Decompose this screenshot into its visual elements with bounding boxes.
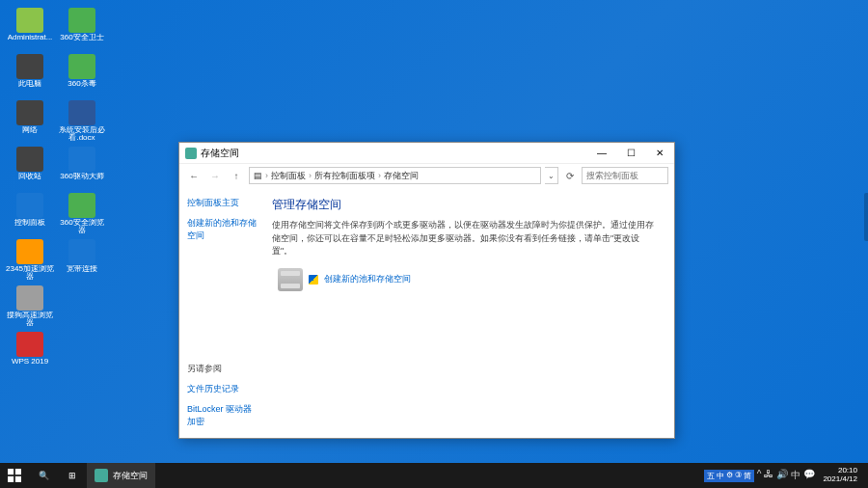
desktop-icon-label: 系统安装后必看.docx [58, 126, 106, 143]
desktop-icon-image [68, 8, 95, 33]
desktop-icon-image [16, 285, 43, 311]
svg-rect-3 [15, 476, 21, 482]
desktop-icon[interactable]: 搜狗高速浏览器 [6, 284, 54, 328]
desktop-icon[interactable] [58, 284, 106, 328]
sidebar-home[interactable]: 控制面板主页 [187, 197, 258, 209]
taskbar-app-storage[interactable]: 存储空间 [87, 463, 155, 488]
desktop-icon-label: WPS 2019 [12, 358, 48, 366]
sidebar-see-also: 另请参阅 [187, 363, 258, 375]
desktop-icon-label: 360安全卫士 [60, 34, 103, 42]
bc-3[interactable]: 存储空间 [384, 170, 419, 182]
shield-icon [309, 275, 318, 285]
desktop-icon-image [16, 332, 43, 357]
content-description: 使用存储空间将文件保存到两个或更多驱动器，以便在驱动器发生故障时为你提供保护。通… [272, 219, 655, 258]
desktop-icon-image [16, 8, 43, 33]
ime-bar[interactable]: 五中⚙③简 [704, 470, 754, 482]
desktop-icon-label: Administrat... [8, 34, 53, 42]
maximize-button[interactable]: ☐ [616, 143, 645, 164]
sidebar-bitlocker[interactable]: BitLocker 驱动器加密 [187, 403, 258, 428]
taskbar-app-label: 存储空间 [113, 470, 148, 482]
desktop-icon[interactable]: 网络 [6, 98, 54, 143]
desktop-icon-image [68, 239, 95, 264]
bc-1[interactable]: 控制面板 [271, 170, 306, 182]
taskbar-clock[interactable]: 20:10 2021/4/12 [818, 467, 862, 484]
desktop-icon-label: 网络 [22, 126, 38, 135]
desktop-icon-label: 2345加速浏览器 [6, 265, 54, 282]
sidebar: 控制面板主页 创建新的池和存储空间 另请参阅 文件历史记录 BitLocker … [179, 187, 266, 438]
sidebar-create[interactable]: 创建新的池和存储空间 [187, 217, 258, 242]
desktop-icon-label: 360杀毒 [68, 80, 95, 89]
desktop-icon-image [16, 147, 43, 172]
desktop-icon-label: 360驱动大师 [60, 173, 103, 181]
system-tray: 五中⚙③简 ^ 🖧 🔊 中 💬 20:10 2021/4/12 [698, 467, 868, 484]
window-title: 存储空间 [201, 147, 587, 160]
forward-button[interactable]: → [206, 167, 224, 184]
bc-icon: ▤ [254, 171, 262, 180]
tray-up-icon[interactable]: ^ [757, 469, 762, 482]
desktop-icon-image [68, 285, 95, 311]
desktop-icon-label: 此电脑 [18, 80, 41, 89]
task-view-button[interactable]: ⊞ [58, 463, 87, 488]
content-pane: 管理存储空间 使用存储空间将文件保存到两个或更多驱动器，以便在驱动器发生故障时为… [266, 187, 674, 438]
desktop-icon-image [16, 239, 43, 264]
content-title: 管理存储空间 [272, 197, 655, 213]
tray-ime-icon[interactable]: 中 [791, 469, 800, 482]
desktop-icon[interactable]: 360驱动大师 [58, 145, 106, 189]
desktop-icon-image [68, 147, 95, 172]
desktop-icon[interactable]: 360安全卫士 [58, 6, 106, 50]
create-pool-link[interactable]: 创建新的池和存储空间 [324, 273, 411, 285]
taskbar: 🔍 ⊞ 存储空间 五中⚙③简 ^ 🖧 🔊 中 💬 20:10 2021/4/12 [0, 463, 868, 488]
titlebar: 存储空间 — ☐ ✕ [179, 143, 674, 164]
tray-network-icon[interactable]: 🖧 [764, 469, 773, 482]
desktop-icon-image [68, 193, 95, 218]
desktop-icon-label: 控制面板 [14, 219, 45, 228]
svg-rect-1 [15, 469, 21, 474]
desktop-icon-label: 搜狗高速浏览器 [6, 312, 54, 328]
close-button[interactable]: ✕ [645, 143, 674, 164]
start-button[interactable] [0, 463, 29, 488]
desktop-icon[interactable]: 控制面板 [6, 191, 54, 235]
desktop-icon-image [68, 54, 95, 79]
minimize-button[interactable]: — [587, 143, 616, 164]
tray-notification-icon[interactable]: 💬 [803, 469, 815, 482]
side-handle[interactable] [864, 193, 868, 241]
desktop: Administrat...360安全卫士此电脑360杀毒网络系统安装后必看.d… [0, 0, 868, 488]
desktop-icon[interactable]: 此电脑 [6, 52, 54, 96]
sidebar-file-history[interactable]: 文件历史记录 [187, 383, 258, 395]
control-panel-window: 存储空间 — ☐ ✕ ← → ↑ ▤ › 控制面板 › 所有控制面板项 › 存储… [178, 142, 675, 439]
breadcrumb-dropdown[interactable]: ⌄ [545, 167, 558, 184]
breadcrumb[interactable]: ▤ › 控制面板 › 所有控制面板项 › 存储空间 [249, 167, 541, 184]
back-button[interactable]: ← [185, 167, 203, 184]
desktop-icon-image [16, 193, 43, 218]
desktop-icons-grid: Administrat...360安全卫士此电脑360杀毒网络系统安装后必看.d… [6, 6, 106, 374]
desktop-icon-label: 宽带连接 [67, 265, 97, 274]
desktop-icon[interactable]: 360安全浏览器 [58, 191, 106, 235]
navbar: ← → ↑ ▤ › 控制面板 › 所有控制面板项 › 存储空间 ⌄ ⟳ [179, 164, 674, 187]
desktop-icon[interactable]: 回收站 [6, 145, 54, 189]
bc-2[interactable]: 所有控制面板项 [314, 170, 375, 182]
desktop-icon[interactable]: 系统安装后必看.docx [58, 98, 106, 143]
window-icon [185, 148, 197, 159]
svg-rect-2 [8, 476, 14, 482]
desktop-icon-image [16, 100, 43, 125]
refresh-button[interactable]: ⟳ [562, 168, 578, 183]
drives-icon [278, 268, 303, 291]
desktop-icon[interactable]: 宽带连接 [58, 237, 106, 282]
desktop-icon-label: 360安全浏览器 [58, 219, 106, 235]
desktop-icon-image [68, 100, 95, 125]
taskbar-app-icon [95, 469, 108, 482]
svg-rect-0 [8, 469, 14, 474]
up-button[interactable]: ↑ [228, 167, 245, 184]
taskbar-search-button[interactable]: 🔍 [29, 463, 58, 488]
desktop-icon[interactable]: WPS 2019 [6, 330, 54, 374]
desktop-icon-image [16, 54, 43, 79]
tray-volume-icon[interactable]: 🔊 [776, 469, 788, 482]
desktop-icon[interactable]: Administrat... [6, 6, 54, 50]
desktop-icon-label: 回收站 [18, 173, 41, 181]
desktop-icon[interactable]: 360杀毒 [58, 52, 106, 96]
search-input[interactable] [582, 167, 668, 184]
desktop-icon[interactable]: 2345加速浏览器 [6, 237, 54, 282]
